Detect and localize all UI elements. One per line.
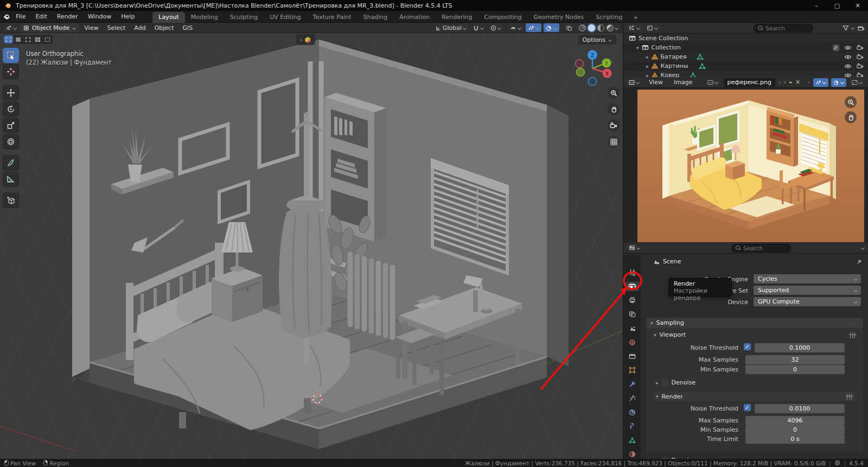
tab-compositing[interactable]: Compositing xyxy=(478,12,528,23)
select-mode-tweak[interactable] xyxy=(4,35,13,43)
pan-button[interactable] xyxy=(608,103,620,115)
tool-measure[interactable] xyxy=(3,172,19,187)
tab-world[interactable] xyxy=(625,338,639,347)
tab-shading[interactable]: Shading xyxy=(358,12,394,23)
filter-dropdown[interactable] xyxy=(851,26,854,30)
tab-collection[interactable] xyxy=(625,352,639,361)
menu-help[interactable]: Help xyxy=(116,11,139,23)
camera-view-button[interactable] xyxy=(608,119,620,131)
tab-scene[interactable] xyxy=(625,324,639,333)
copy-image-icon[interactable] xyxy=(784,79,786,85)
menu-window[interactable]: Window xyxy=(83,11,116,23)
image-pan-button[interactable] xyxy=(845,111,857,123)
shading-material-button[interactable] xyxy=(597,24,604,31)
tab-object-data[interactable] xyxy=(625,436,639,445)
properties-editor-type-button[interactable] xyxy=(627,244,642,253)
hide-eye-icon[interactable] xyxy=(844,54,852,60)
open-folder-icon[interactable] xyxy=(789,79,792,85)
disable-render-camera-icon[interactable] xyxy=(857,72,864,77)
select-mode-subtract[interactable] xyxy=(33,35,42,43)
mode-selector[interactable]: Object Mode xyxy=(20,23,79,32)
viewport-min-samples-field[interactable]: 0 xyxy=(745,365,845,374)
tab-view-layer[interactable] xyxy=(625,310,639,319)
hide-eye-icon[interactable] xyxy=(844,64,852,69)
outliner-row-object-1[interactable]: ▸ Батарея xyxy=(623,52,868,61)
image-menu-view[interactable]: View xyxy=(645,79,667,86)
tab-material[interactable] xyxy=(625,450,639,459)
fake-user-shield-icon[interactable] xyxy=(778,79,781,86)
pin-icon[interactable] xyxy=(808,80,810,85)
tab-rendering[interactable]: Rendering xyxy=(436,12,478,23)
visibility-dropdown[interactable] xyxy=(508,23,524,32)
image-menu-image[interactable]: Image xyxy=(670,79,696,86)
viewport-max-samples-field[interactable]: 32 xyxy=(745,355,845,364)
gizmos-toggle[interactable] xyxy=(526,23,541,32)
render-noise-threshold-field[interactable]: 0.0100 xyxy=(755,404,845,413)
disable-render-camera-icon[interactable] xyxy=(857,54,864,60)
viewport-noise-threshold-checkbox[interactable]: ✓ xyxy=(744,343,751,350)
expand-icon[interactable]: ▸ xyxy=(646,54,649,60)
outliner-search[interactable] xyxy=(754,24,813,33)
tab-render[interactable] xyxy=(625,282,639,291)
device-select[interactable]: GPU Compute xyxy=(754,297,861,306)
render-time-limit-field[interactable]: 0 s xyxy=(745,434,845,444)
render-max-samples-field[interactable]: 4096 xyxy=(745,416,845,425)
image-zoom-button[interactable] xyxy=(845,96,857,108)
editor-type-button[interactable] xyxy=(3,23,19,32)
image-browse-button[interactable] xyxy=(705,78,720,87)
outliner-search-input[interactable] xyxy=(765,25,809,31)
tab-modeling[interactable]: Modeling xyxy=(185,12,224,23)
blender-menu-icon[interactable] xyxy=(2,13,11,21)
xray-toggle[interactable] xyxy=(564,23,575,32)
viewport-denoise-header[interactable]: ▸ Denoise xyxy=(656,379,695,386)
tab-output[interactable] xyxy=(625,296,639,305)
sampling-section-header[interactable]: ▾ Sampling :::: xyxy=(646,318,863,328)
presets-icon[interactable] xyxy=(849,332,857,338)
proportional-editing-button[interactable] xyxy=(488,23,503,32)
tool-rotate[interactable] xyxy=(3,102,19,117)
viewport-menu-add[interactable]: Add xyxy=(130,24,149,31)
render-min-samples-field[interactable]: 0 xyxy=(745,425,845,434)
outliner-editor-type-button[interactable] xyxy=(627,24,642,33)
viewport-denoise-checkbox[interactable] xyxy=(662,380,668,386)
tab-tool[interactable] xyxy=(625,268,639,277)
overlays-toggle[interactable] xyxy=(544,23,559,32)
expand-icon[interactable]: ▸ xyxy=(646,64,649,69)
3d-viewport[interactable]: Object Mode View Select Add Object GIS G… xyxy=(0,23,623,459)
image-editor-type-button[interactable] xyxy=(627,78,642,87)
zoom-button[interactable] xyxy=(608,87,620,99)
render-subsection-header[interactable]: ▾Render xyxy=(654,392,856,401)
tab-geometry-nodes[interactable]: Geometry Nodes xyxy=(527,12,590,23)
feature-set-select[interactable]: Supported xyxy=(754,286,861,295)
tool-select-box[interactable] xyxy=(3,48,19,63)
hide-eye-icon[interactable] xyxy=(844,73,852,78)
tab-texture-paint[interactable]: Texture Paint xyxy=(307,12,358,23)
pin-icon[interactable] xyxy=(857,259,862,264)
tool-add-cube[interactable] xyxy=(3,193,19,208)
render-noise-threshold-checkbox[interactable]: ✓ xyxy=(744,404,751,411)
menu-file[interactable]: File xyxy=(11,11,30,23)
tab-constraints[interactable] xyxy=(625,422,639,431)
tab-particles[interactable] xyxy=(625,394,639,403)
shading-wireframe-button[interactable] xyxy=(579,24,586,31)
outliner-row-scene-collection[interactable]: Scene Collection xyxy=(623,34,868,43)
shading-dropdown[interactable] xyxy=(615,26,618,30)
filter-icon[interactable] xyxy=(843,25,849,31)
toggle-view-grid-button[interactable] xyxy=(608,136,620,148)
tool-scale[interactable] xyxy=(3,118,19,133)
collection-checkbox[interactable]: ✓ xyxy=(833,45,839,51)
presets-icon[interactable] xyxy=(846,394,853,400)
tab-physics[interactable] xyxy=(625,408,639,417)
tool-move[interactable] xyxy=(3,85,19,100)
transform-orientation-selector[interactable]: Global xyxy=(433,23,469,32)
new-collection-icon[interactable] xyxy=(858,25,865,31)
outliner-row-collection[interactable]: ▾ Collection ✓ xyxy=(623,43,868,52)
outliner-row-object-2[interactable]: ▸ Картины xyxy=(623,61,868,71)
minimize-button[interactable]: – xyxy=(806,0,827,11)
expand-icon[interactable]: ▾ xyxy=(636,45,639,51)
tool-annotate[interactable] xyxy=(3,155,19,171)
tool-cursor[interactable] xyxy=(3,64,19,79)
tab-uv-editing[interactable]: UV Editing xyxy=(264,12,307,23)
disable-render-camera-icon[interactable] xyxy=(857,63,864,69)
outliner-display-mode-button[interactable] xyxy=(644,24,660,33)
